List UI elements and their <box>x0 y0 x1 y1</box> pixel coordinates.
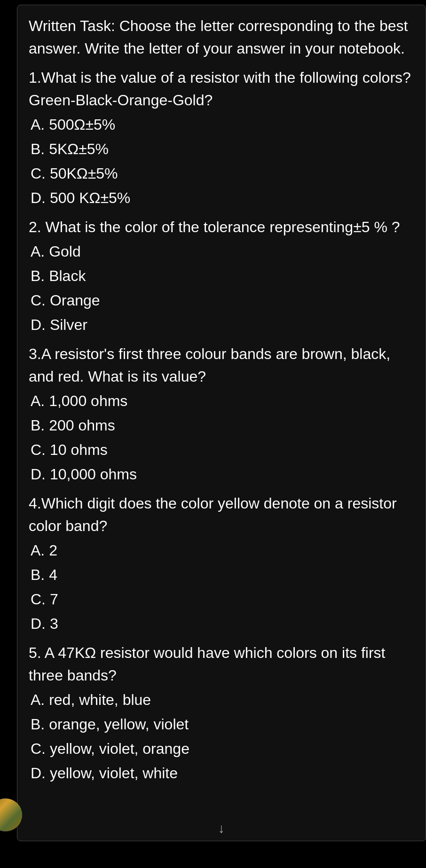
question-5-option-2: B. orange, yellow, violet <box>29 713 414 735</box>
question-4: 4.Which digit does the color yellow deno… <box>29 492 414 635</box>
avatar-image <box>0 798 22 831</box>
questions-container: 1.What is the value of a resistor with t… <box>29 66 414 784</box>
question-4-option-3: C. 7 <box>29 588 414 610</box>
question-1-text: 1.What is the value of a resistor with t… <box>29 66 414 111</box>
question-4-option-1: A. 2 <box>29 539 414 562</box>
question-1-option-1: A. 500Ω±5% <box>29 113 414 136</box>
question-4-text: 4.Which digit does the color yellow deno… <box>29 492 414 537</box>
question-3-option-3: C. 10 ohms <box>29 438 414 461</box>
question-5-option-3: C. yellow, violet, orange <box>29 737 414 760</box>
question-5-option-1: A. red, white, blue <box>29 688 414 711</box>
question-2-option-3: C. Orange <box>29 289 414 312</box>
question-1-option-4: D. 500 KΩ±5% <box>29 187 414 209</box>
question-3-option-4: D. 10,000 ohms <box>29 463 414 485</box>
question-4-option-2: B. 4 <box>29 563 414 586</box>
question-5-text: 5. A 47KΩ resistor would have which colo… <box>29 641 414 687</box>
main-content-container: Written Task: Choose the letter correspo… <box>17 5 426 841</box>
question-5-option-4: D. yellow, violet, white <box>29 762 414 784</box>
question-2-option-2: B. Black <box>29 265 414 287</box>
scroll-indicator: ↓ <box>218 821 225 836</box>
question-4-option-4: D. 3 <box>29 612 414 635</box>
written-task-header: Written Task: Choose the letter correspo… <box>29 15 414 60</box>
scroll-down-icon: ↓ <box>218 821 225 836</box>
question-1: 1.What is the value of a resistor with t… <box>29 66 414 209</box>
question-3: 3.A resistor's first three colour bands … <box>29 343 414 485</box>
avatar <box>0 798 22 831</box>
question-3-option-1: A. 1,000 ohms <box>29 390 414 412</box>
question-3-option-2: B. 200 ohms <box>29 414 414 437</box>
question-5: 5. A 47KΩ resistor would have which colo… <box>29 641 414 784</box>
question-1-option-3: C. 50KΩ±5% <box>29 162 414 185</box>
question-1-option-2: B. 5KΩ±5% <box>29 138 414 160</box>
question-2: 2. What is the color of the tolerance re… <box>29 216 414 336</box>
question-3-text: 3.A resistor's first three colour bands … <box>29 343 414 388</box>
question-2-option-1: A. Gold <box>29 240 414 263</box>
question-2-text: 2. What is the color of the tolerance re… <box>29 216 414 238</box>
question-2-option-4: D. Silver <box>29 313 414 336</box>
